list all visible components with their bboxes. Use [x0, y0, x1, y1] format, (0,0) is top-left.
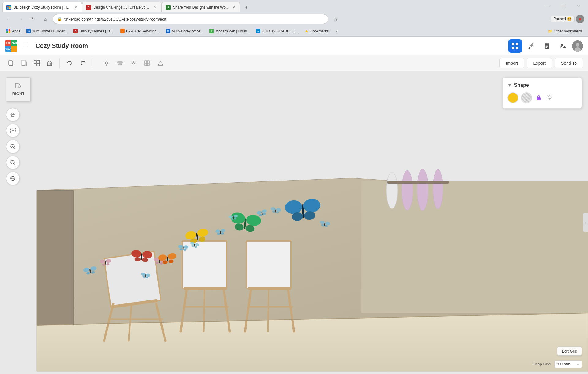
- tab-1-close[interactable]: ✕: [73, 5, 78, 10]
- lock-button[interactable]: [534, 94, 543, 102]
- paste-button[interactable]: [18, 57, 30, 69]
- edit-grid-button[interactable]: Edit Grid: [557, 347, 582, 356]
- svg-rect-41: [145, 61, 147, 63]
- solid-color-button[interactable]: [507, 92, 518, 103]
- svg-line-162: [14, 163, 15, 165]
- snap-grid-row: Snap Grid 1.0 mm 0.5 mm 2.0 mm ▼: [533, 360, 582, 368]
- svg-rect-73: [248, 287, 291, 290]
- paused-badge[interactable]: Paused 😄: [551, 16, 575, 22]
- apps-favicon: [6, 29, 10, 33]
- back-button[interactable]: ←: [4, 14, 13, 24]
- zoom-out-button[interactable]: [6, 156, 20, 169]
- builder-tool-button[interactable]: [524, 39, 538, 53]
- group-tool-button[interactable]: [141, 57, 153, 69]
- svg-point-51: [386, 172, 398, 209]
- bookmark-star-button[interactable]: ☆: [331, 14, 341, 24]
- undo-button[interactable]: [63, 57, 76, 69]
- svg-point-52: [402, 170, 413, 210]
- svg-rect-43: [145, 63, 147, 66]
- bookmark-display[interactable]: D Display Homes | 10...: [71, 28, 117, 34]
- bookmark-k12[interactable]: in K TO 12 GRADE 3 L...: [254, 28, 301, 34]
- copy-button[interactable]: [5, 57, 17, 69]
- user-avatar[interactable]: [572, 40, 583, 52]
- snap-select[interactable]: 1.0 mm 0.5 mm 2.0 mm: [554, 360, 582, 368]
- svg-rect-20: [9, 61, 12, 65]
- left-controls: [6, 108, 20, 185]
- light-button[interactable]: [545, 94, 554, 102]
- bookmarks-more[interactable]: »: [334, 28, 339, 34]
- bookmark-bookmarks[interactable]: ★ Bookmarks: [302, 28, 331, 35]
- canvas-area[interactable]: RIGHT: [0, 71, 588, 374]
- tinkercad-logo[interactable]: TIN KER CAD: [5, 40, 17, 52]
- grid-view-button[interactable]: [508, 39, 522, 53]
- clipboard-button[interactable]: [540, 39, 554, 53]
- svg-point-17: [576, 43, 579, 47]
- triangle-tool-button[interactable]: [154, 57, 167, 69]
- shape-dropdown-arrow[interactable]: ▼: [507, 83, 512, 88]
- tab-2-close[interactable]: ✕: [153, 5, 158, 10]
- svg-marker-48: [37, 190, 74, 325]
- k12-favicon: in: [256, 29, 260, 33]
- svg-rect-28: [47, 62, 52, 66]
- logo-cell-blank: [11, 46, 17, 52]
- perspective-button[interactable]: [6, 172, 20, 185]
- group-button[interactable]: [31, 57, 43, 69]
- svg-line-71: [268, 288, 269, 331]
- shape-panel-header: ▼ Shape: [507, 82, 577, 88]
- grid-icon: [511, 42, 519, 50]
- shape-panel: ▼ Shape: [502, 77, 582, 109]
- forward-button[interactable]: →: [16, 14, 26, 24]
- user-plus-icon: [559, 42, 567, 50]
- minimize-button[interactable]: —: [541, 1, 555, 11]
- maximize-button[interactable]: ⬜: [556, 1, 570, 11]
- add-user-button[interactable]: [556, 39, 570, 53]
- export-button[interactable]: Export: [527, 58, 552, 68]
- light-icon: [104, 60, 109, 66]
- multi-label: Multi-storey office...: [172, 29, 204, 33]
- svg-rect-0: [24, 44, 29, 44]
- address-input[interactable]: 🔒 tinkercad.com/things/92c5zOCCARI-cozy-…: [53, 14, 328, 24]
- mirror-tool-button[interactable]: [127, 57, 140, 69]
- bookmark-laptop[interactable]: L LAPTOP Servicing...: [118, 28, 162, 34]
- new-tab-button[interactable]: +: [241, 2, 251, 12]
- svg-rect-55: [387, 181, 449, 184]
- light-tool-button[interactable]: [100, 57, 113, 69]
- bookmark-apps[interactable]: Apps: [4, 28, 23, 34]
- redo-icon: [80, 60, 86, 66]
- import-button[interactable]: Import: [499, 58, 525, 68]
- toolbar: Import Export Send To: [0, 55, 588, 71]
- bookmark-multi[interactable]: M Multi-storey office...: [164, 28, 206, 34]
- svg-rect-11: [546, 46, 548, 47]
- svg-rect-38: [118, 62, 123, 63]
- tab-3[interactable]: S Share Your Designs with the Wo... ✕: [162, 2, 240, 12]
- hole-color-button[interactable]: [521, 92, 532, 103]
- home-button[interactable]: ⌂: [40, 14, 50, 24]
- align-tool-button[interactable]: [114, 57, 126, 69]
- other-bookmarks[interactable]: 📁 Other bookmarks: [545, 28, 584, 34]
- send-to-button[interactable]: Send To: [555, 58, 583, 68]
- redo-button[interactable]: [77, 57, 89, 69]
- tab-3-close[interactable]: ✕: [231, 5, 236, 10]
- delete-button[interactable]: [43, 57, 56, 69]
- tab-1[interactable]: T I N K 3D design Cozy Study Room | Tin.…: [2, 2, 82, 12]
- hamburger-button[interactable]: [21, 40, 32, 52]
- builder-icon: [527, 42, 535, 50]
- svg-rect-27: [37, 63, 40, 66]
- close-button[interactable]: ✕: [571, 1, 586, 11]
- right-resize-handle[interactable]: ⋮: [583, 213, 588, 232]
- tab-3-favicon: S: [166, 5, 171, 10]
- svg-rect-62: [182, 241, 227, 288]
- clipboard-icon: [543, 42, 551, 50]
- bookmark-10m[interactable]: 10 10m Homes Builder...: [24, 28, 70, 34]
- bookmark-modern[interactable]: Z Modern Zen | Hous...: [207, 28, 252, 34]
- zoom-in-button[interactable]: [6, 140, 20, 153]
- edit-tools-group: [5, 57, 56, 69]
- profile-icon[interactable]: ●: [576, 15, 584, 23]
- tab-2[interactable]: D Design Challenge #5: Create you... ✕: [82, 2, 162, 12]
- 10m-favicon: 10: [26, 29, 31, 33]
- home-view-button[interactable]: [6, 108, 20, 121]
- header-right: [508, 39, 583, 53]
- svg-rect-67: [184, 287, 227, 290]
- fit-view-button[interactable]: [6, 124, 20, 137]
- refresh-button[interactable]: ↻: [28, 14, 38, 24]
